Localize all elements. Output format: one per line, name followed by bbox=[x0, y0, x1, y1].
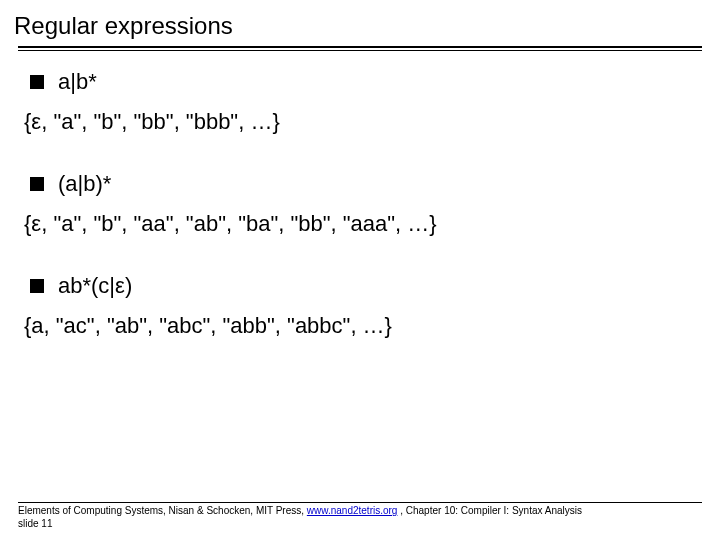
page-title: Regular expressions bbox=[14, 12, 702, 40]
regex-expression: (a|b)* bbox=[58, 171, 111, 197]
square-bullet-icon bbox=[30, 279, 44, 293]
content-area: a|b* {ε, "a", "b", "bb", "bbb", …} (a|b)… bbox=[18, 69, 702, 339]
regex-set: {a, "ac", "ab", "abc", "abb", "abbc", …} bbox=[24, 313, 702, 339]
bullet-item: (a|b)* bbox=[24, 171, 702, 197]
title-rule-thin bbox=[18, 50, 702, 51]
regex-set: {ε, "a", "b", "aa", "ab", "ba", "bb", "a… bbox=[24, 211, 702, 237]
footer-chapter: , Chapter 10: Compiler I: Syntax Analysi… bbox=[397, 505, 582, 516]
square-bullet-icon bbox=[30, 177, 44, 191]
bullet-item: a|b* bbox=[24, 69, 702, 95]
title-rule-thick bbox=[18, 46, 702, 48]
footer-slide-number: slide 11 bbox=[18, 518, 52, 529]
regex-expression: a|b* bbox=[58, 69, 97, 95]
regex-expression: ab*(c|ε) bbox=[58, 273, 132, 299]
slide: Regular expressions a|b* {ε, "a", "b", "… bbox=[0, 0, 720, 540]
regex-set: {ε, "a", "b", "bb", "bbb", …} bbox=[24, 109, 702, 135]
footer-text: Elements of Computing Systems, Nisan & S… bbox=[18, 505, 702, 530]
footer: Elements of Computing Systems, Nisan & S… bbox=[18, 502, 702, 530]
square-bullet-icon bbox=[30, 75, 44, 89]
footer-link[interactable]: www.nand2tetris.org bbox=[307, 505, 398, 516]
footer-book: Elements of Computing Systems, Nisan & S… bbox=[18, 505, 307, 516]
footer-rule bbox=[18, 502, 702, 503]
bullet-item: ab*(c|ε) bbox=[24, 273, 702, 299]
